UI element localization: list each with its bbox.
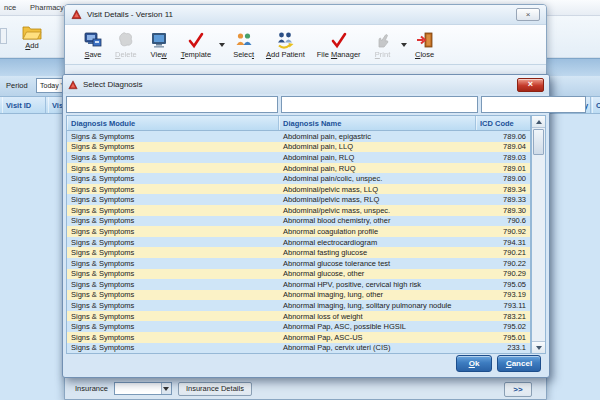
diagnosis-row[interactable]: Signs & SymptomsAbnormal imaging, lung, … <box>67 290 530 301</box>
icd-code-cell: 789.34 <box>476 185 530 194</box>
ok-button[interactable]: Ok <box>456 355 492 372</box>
filter-module-input[interactable] <box>66 96 278 113</box>
expand-button[interactable]: >> <box>504 382 532 397</box>
diagnosis-row[interactable]: Signs & SymptomsAbnormal glucose, other7… <box>67 269 530 280</box>
diagnosis-row[interactable]: Signs & SymptomsAbnormal loss of weight7… <box>67 311 530 322</box>
diagnosis-row[interactable]: Signs & SymptomsAbnormal electrocardiogr… <box>67 237 530 248</box>
filter-name-input[interactable] <box>281 96 478 113</box>
toolbar-close-button[interactable]: Close <box>409 26 441 64</box>
toolbar-label: View <box>151 50 167 59</box>
diagnosis-module-cell: Signs & Symptoms <box>67 195 279 204</box>
toolbar-select-button[interactable]: Select <box>227 26 260 64</box>
save-icon <box>83 31 103 49</box>
diagnosis-row[interactable]: Signs & SymptomsAbnormal HPV, positive, … <box>67 279 530 290</box>
diagnosis-row[interactable]: Signs & SymptomsAbdominal pain, LLQ789.0… <box>67 142 530 153</box>
visit-details-titlebar[interactable]: Visit Details - Version 11 × <box>65 5 546 25</box>
insurance-details-button[interactable]: Insurance Details <box>178 382 252 396</box>
column-visit-id[interactable]: Visit ID <box>2 97 46 113</box>
diagnosis-row[interactable]: Signs & SymptomsAbdominal pain, epigastr… <box>67 131 530 142</box>
diagnosis-module-cell: Signs & Symptoms <box>67 269 279 278</box>
select-diagnosis-dialog: Select Diagnosis × Diagnosis Module Diag… <box>62 74 550 378</box>
window-close-button[interactable]: × <box>516 8 540 21</box>
diagnosis-name-cell: Abdominal/pelvic mass, unspec. <box>279 206 476 215</box>
menu-item-pharmacy[interactable]: Pharmacy <box>30 3 64 12</box>
diagnosis-module-cell: Signs & Symptoms <box>67 248 279 257</box>
dialog-titlebar[interactable]: Select Diagnosis × <box>63 75 549 94</box>
icd-code-cell: 789.00 <box>476 174 530 183</box>
dialog-scrollbar[interactable] <box>531 115 546 354</box>
diagnosis-name-cell: Abnormal fasting glucose <box>279 248 476 257</box>
scroll-up-button[interactable] <box>532 116 545 128</box>
diagnosis-row[interactable]: Signs & SymptomsAbdominal/pelvic mass, L… <box>67 184 530 195</box>
diagnosis-row[interactable]: Signs & SymptomsAbnormal blood chemistry… <box>67 216 530 227</box>
icd-code-cell: 790.92 <box>476 227 530 236</box>
cancel-button[interactable]: Cancel <box>497 355 541 372</box>
diagnosis-name-cell: Abdominal pain, epigastric <box>279 132 476 141</box>
toolbar-file-manager-button[interactable]: File Manager <box>311 26 367 64</box>
icd-code-cell: 783.21 <box>476 312 530 321</box>
diagnosis-row[interactable]: Signs & SymptomsAbnormal Pap, ASC, possi… <box>67 321 530 332</box>
scrollbar-thumb[interactable] <box>533 129 544 155</box>
diagnosis-module-cell: Signs & Symptoms <box>67 227 279 236</box>
diagnosis-row[interactable]: Signs & SymptomsAbnormal fasting glucose… <box>67 247 530 258</box>
diagnosis-name-cell: Abnormal imaging, lung, other <box>279 290 476 299</box>
diagnosis-rows: Signs & SymptomsAbdominal pain, epigastr… <box>66 131 531 354</box>
icd-code-cell: 790.29 <box>476 269 530 278</box>
toolbar-print-button: Print <box>367 26 399 64</box>
filter-code-input[interactable] <box>481 96 586 113</box>
add-button[interactable]: Add <box>12 19 52 55</box>
close-door-icon <box>415 31 435 49</box>
icd-code-cell: 790.21 <box>476 248 530 257</box>
chevron-down-icon <box>401 43 407 47</box>
toolbar-add-patient-button[interactable]: Add Patient <box>260 26 311 64</box>
insurance-label: Insurance <box>75 384 108 393</box>
diagnosis-row[interactable]: Signs & SymptomsAbdominal/pelvic mass, R… <box>67 194 530 205</box>
diagnosis-table: Diagnosis Module Diagnosis Name ICD Code… <box>66 115 546 354</box>
diagnosis-row[interactable]: Signs & SymptomsAbdominal pain/colic, un… <box>67 173 530 184</box>
diagnosis-name-cell: Abnormal glucose tolerance test <box>279 259 476 268</box>
chevron-down-icon[interactable] <box>161 383 171 394</box>
icd-code-cell: 790.22 <box>476 259 530 268</box>
icd-code-cell: 789.04 <box>476 142 530 151</box>
column-ca[interactable]: Ca <box>592 97 600 113</box>
diagnosis-row[interactable]: Signs & SymptomsAbnormal imaging, lung, … <box>67 300 530 311</box>
diagnosis-name-cell: Abnormal glucose, other <box>279 269 476 278</box>
diagnosis-name-cell: Abdominal/pelvic mass, LLQ <box>279 185 476 194</box>
column-diagnosis-module[interactable]: Diagnosis Module <box>67 116 279 130</box>
toolbar-label: Select <box>233 50 254 59</box>
diagnosis-name-cell: Abnormal Pap, ASC-US <box>279 333 476 342</box>
scrollbar-track[interactable] <box>532 156 545 341</box>
diagnosis-module-cell: Signs & Symptoms <box>67 174 279 183</box>
file-manager-check-icon <box>329 31 349 49</box>
toolbar-template-button[interactable]: Template <box>175 26 217 64</box>
diagnosis-row[interactable]: Signs & SymptomsAbnormal coagulation pro… <box>67 226 530 237</box>
chevron-down-icon <box>219 43 225 47</box>
column-diagnosis-name[interactable]: Diagnosis Name <box>279 116 476 130</box>
dialog-close-button[interactable]: × <box>517 78 544 92</box>
filter-row <box>66 96 546 113</box>
icd-code-cell: 795.01 <box>476 333 530 342</box>
diagnosis-row[interactable]: Signs & SymptomsAbdominal/pelvic mass, u… <box>67 205 530 216</box>
diagnosis-name-cell: Abnormal loss of weight <box>279 312 476 321</box>
column-icd-code[interactable]: ICD Code <box>476 116 530 130</box>
toolbar-template-dropdown[interactable] <box>217 30 227 60</box>
toolbar-view-button[interactable]: View <box>143 26 175 64</box>
insurance-dropdown[interactable] <box>114 382 172 395</box>
diagnosis-name-cell: Abdominal pain, LLQ <box>279 142 476 151</box>
diagnosis-module-cell: Signs & Symptoms <box>67 290 279 299</box>
visit-details-toolbar: SaveDeleteViewTemplateSelectAdd PatientF… <box>65 25 546 65</box>
diagnosis-name-cell: Abdominal pain/colic, unspec. <box>279 174 476 183</box>
diagnosis-row[interactable]: Signs & SymptomsAbdominal pain, RLQ789.0… <box>67 152 530 163</box>
diagnosis-module-cell: Signs & Symptoms <box>67 259 279 268</box>
menu-item-nce[interactable]: nce <box>4 3 16 12</box>
diagnosis-row[interactable]: Signs & SymptomsAbnormal Pap, ASC-US795.… <box>67 332 530 343</box>
folder-add-icon <box>22 24 42 40</box>
add-patient-icon <box>275 31 295 49</box>
toolbar-save-button[interactable]: Save <box>77 26 109 64</box>
toolbar-print-dropdown[interactable] <box>399 30 409 60</box>
diagnosis-row[interactable]: Signs & SymptomsAbnormal glucose toleran… <box>67 258 530 269</box>
close-icon: × <box>528 80 533 89</box>
icd-code-cell: 789.03 <box>476 153 530 162</box>
icd-code-cell: 789.06 <box>476 132 530 141</box>
diagnosis-row[interactable]: Signs & SymptomsAbdominal pain, RUQ789.0… <box>67 163 530 174</box>
